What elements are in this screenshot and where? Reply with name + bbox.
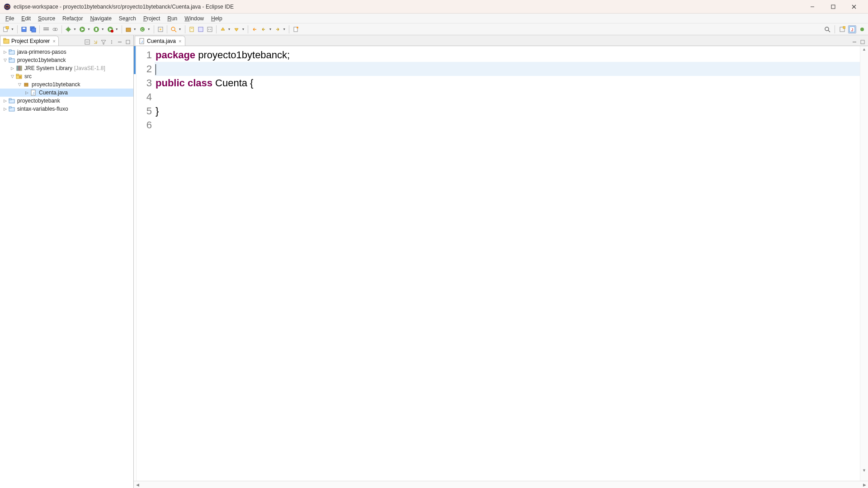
minimize-editor-button[interactable] — [851, 38, 858, 46]
scroll-up-icon[interactable]: ▲ — [860, 47, 868, 52]
project-tree[interactable]: ▷ java-primeros-pasos ▽ proyecto1byteban… — [0, 46, 133, 488]
open-type-button[interactable] — [156, 25, 165, 33]
toggle-mark-button[interactable] — [188, 25, 196, 33]
quick-access-button[interactable] — [823, 25, 831, 33]
scroll-left-icon[interactable]: ◀ — [134, 483, 141, 487]
link-button[interactable] — [51, 25, 59, 33]
minimize-button[interactable] — [802, 0, 823, 14]
expand-arrow-icon[interactable]: ▷ — [24, 90, 30, 95]
tree-library[interactable]: ▷ JRE System Library [JavaSE-1.8] — [0, 64, 133, 72]
tree-project[interactable]: ▽ proyecto1bytebanck — [0, 56, 133, 64]
collapse-all-button[interactable] — [84, 38, 91, 46]
menu-file[interactable]: File — [2, 14, 18, 23]
menu-window[interactable]: Window — [181, 14, 208, 23]
scroll-right-icon[interactable]: ▶ — [861, 483, 868, 487]
expand-arrow-icon[interactable]: ▷ — [2, 50, 8, 54]
menu-edit[interactable]: Edit — [18, 14, 34, 23]
menu-help[interactable]: Help — [208, 14, 226, 23]
pin-editor-button[interactable] — [292, 25, 300, 33]
maximize-panel-button[interactable] — [124, 38, 132, 46]
run-last-button[interactable] — [106, 25, 114, 33]
new-button[interactable] — [2, 25, 10, 33]
debug-perspective-button[interactable] — [858, 25, 866, 33]
svg-rect-67 — [17, 66, 18, 70]
close-button[interactable] — [844, 0, 864, 14]
coverage-button[interactable] — [92, 25, 100, 33]
next-annotation-dropdown[interactable]: ▼ — [227, 28, 232, 31]
save-all-button[interactable] — [29, 25, 37, 33]
menu-search[interactable]: Search — [115, 14, 140, 23]
prev-annotation-button[interactable] — [232, 25, 241, 33]
expand-arrow-icon[interactable]: ▷ — [9, 66, 15, 70]
open-perspective-button[interactable] — [838, 25, 846, 33]
new-class-button[interactable]: C — [138, 25, 146, 33]
menu-refactor[interactable]: Refactor — [59, 14, 86, 23]
menu-navigate[interactable]: Navigate — [86, 14, 115, 23]
show-whitespace-button[interactable] — [206, 25, 214, 33]
new-dropdown[interactable]: ▼ — [10, 28, 15, 31]
svg-point-34 — [171, 27, 175, 31]
back-button[interactable] — [259, 25, 268, 33]
close-icon[interactable]: × — [52, 38, 55, 44]
code-content[interactable]: package proyecto1bytebanck; public class… — [155, 46, 860, 481]
collapse-arrow-icon[interactable]: ▽ — [16, 82, 23, 87]
toolbar-separator — [122, 25, 122, 33]
save-button[interactable] — [20, 25, 28, 33]
new-package-dropdown[interactable]: ▼ — [132, 28, 137, 31]
coverage-dropdown[interactable]: ▼ — [100, 28, 105, 31]
back-dropdown[interactable]: ▼ — [268, 28, 273, 31]
svg-rect-29 — [126, 28, 131, 32]
menu-project[interactable]: Project — [140, 14, 164, 23]
code-text: proyecto1bytebanck; — [195, 49, 290, 61]
prev-annotation-dropdown[interactable]: ▼ — [241, 28, 245, 31]
search-dropdown[interactable]: ▼ — [178, 28, 183, 31]
project-explorer-tab[interactable]: Project Explorer × — [0, 36, 59, 46]
debug-dropdown[interactable]: ▼ — [72, 28, 77, 31]
java-perspective-button[interactable]: J — [848, 25, 856, 33]
collapse-arrow-icon[interactable]: ▽ — [9, 74, 15, 79]
toolbar-separator — [39, 25, 40, 33]
menu-run[interactable]: Run — [164, 14, 181, 23]
next-annotation-button[interactable] — [219, 25, 227, 33]
overview-ruler[interactable]: ▲ ▼ — [860, 46, 868, 481]
tree-package[interactable]: ▽ proyecto1bytebanck — [0, 80, 133, 89]
minimize-panel-button[interactable] — [116, 38, 123, 46]
horizontal-scrollbar[interactable]: ◀ ▶ — [134, 481, 868, 488]
tree-project[interactable]: ▷ proyectobytebank — [0, 97, 133, 105]
maximize-editor-button[interactable] — [859, 38, 866, 46]
view-menu-button[interactable] — [108, 38, 115, 46]
menu-source[interactable]: Source — [34, 14, 59, 23]
tree-src[interactable]: ▽ src — [0, 72, 133, 80]
svg-text:J: J — [141, 40, 143, 44]
debug-button[interactable] — [64, 25, 72, 33]
src-folder-icon — [15, 73, 23, 80]
search-toolbar-button[interactable] — [170, 25, 178, 33]
maximize-button[interactable] — [823, 0, 844, 14]
expand-arrow-icon[interactable]: ▷ — [2, 107, 8, 111]
toggle-breadcrumb-button[interactable] — [42, 25, 50, 33]
new-class-dropdown[interactable]: ▼ — [146, 28, 151, 31]
link-editor-button[interactable] — [92, 38, 99, 46]
expand-arrow-icon[interactable]: ▷ — [2, 99, 8, 103]
last-edit-button[interactable] — [250, 25, 259, 33]
editor-body[interactable]: 1 2 3 4 5 6 package proyecto1bytebanck; … — [134, 46, 868, 481]
tree-project[interactable]: ▷ sintax-variables-fluxo — [0, 105, 133, 113]
run-last-dropdown[interactable]: ▼ — [114, 28, 119, 31]
forward-dropdown[interactable]: ▼ — [282, 28, 287, 31]
close-icon[interactable]: × — [179, 38, 181, 44]
new-package-button[interactable] — [124, 25, 132, 33]
run-button[interactable] — [78, 25, 86, 33]
tree-file[interactable]: ▷ J Cuenta.java — [0, 89, 133, 97]
collapse-arrow-icon[interactable]: ▽ — [2, 58, 8, 62]
explorer-toolbar — [84, 38, 133, 46]
code-line: package proyecto1bytebanck; — [155, 48, 860, 62]
filter-button[interactable] — [100, 38, 107, 46]
svg-rect-69 — [20, 66, 22, 70]
editor-tab[interactable]: J Cuenta.java × — [135, 36, 185, 46]
tree-project[interactable]: ▷ java-primeros-pasos — [0, 48, 133, 56]
toggle-block-button[interactable] — [197, 25, 205, 33]
svg-marker-57 — [101, 40, 106, 44]
forward-button[interactable] — [274, 25, 282, 33]
run-dropdown[interactable]: ▼ — [86, 28, 91, 31]
scroll-down-icon[interactable]: ▼ — [860, 468, 868, 473]
